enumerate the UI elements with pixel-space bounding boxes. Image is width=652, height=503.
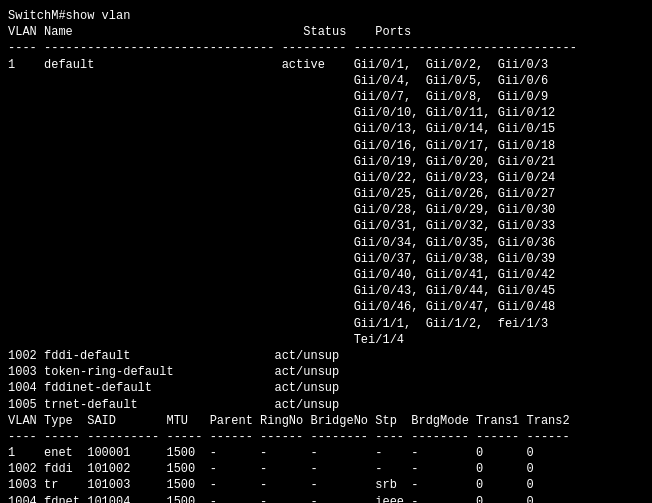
terminal-line-9: Gii/0/16, Gii/0/17, Gii/0/18 <box>8 138 644 154</box>
terminal-line-24: 1004 fddinet-default act/unsup <box>8 380 644 396</box>
terminal-line-7: Gii/0/10, Gii/0/11, Gii/0/12 <box>8 105 644 121</box>
terminal-line-16: Gii/0/37, Gii/0/38, Gii/0/39 <box>8 251 644 267</box>
terminal-line-31: 1003 tr 101003 1500 - - - srb - 0 0 <box>8 477 644 493</box>
terminal-line-17: Gii/0/40, Gii/0/41, Gii/0/42 <box>8 267 644 283</box>
terminal-line-6: Gii/0/7, Gii/0/8, Gii/0/9 <box>8 89 644 105</box>
terminal-line-5: Gii/0/4, Gii/0/5, Gii/0/6 <box>8 73 644 89</box>
terminal-line-32: 1004 fdnet 101004 1500 - - - ieee - 0 0 <box>8 494 644 503</box>
terminal-line-13: Gii/0/28, Gii/0/29, Gii/0/30 <box>8 202 644 218</box>
terminal-line-15: Gii/0/34, Gii/0/35, Gii/0/36 <box>8 235 644 251</box>
terminal-line-4: 1 default active Gii/0/1, Gii/0/2, Gii/0… <box>8 57 644 73</box>
terminal-line-10: Gii/0/19, Gii/0/20, Gii/0/21 <box>8 154 644 170</box>
terminal-line-20: Gii/1/1, Gii/1/2, fei/1/3 <box>8 316 644 332</box>
terminal-line-27: VLAN Type SAID MTU Parent RingNo BridgeN… <box>8 413 644 429</box>
terminal-line-3: ---- -------------------------------- --… <box>8 40 644 56</box>
terminal-window: SwitchM#show vlanVLAN Name Status Ports-… <box>8 8 644 495</box>
terminal-line-18: Gii/0/43, Gii/0/44, Gii/0/45 <box>8 283 644 299</box>
terminal-line-11: Gii/0/22, Gii/0/23, Gii/0/24 <box>8 170 644 186</box>
terminal-line-22: 1002 fddi-default act/unsup <box>8 348 644 364</box>
terminal-line-25: 1005 trnet-default act/unsup <box>8 397 644 413</box>
terminal-line-23: 1003 token-ring-default act/unsup <box>8 364 644 380</box>
terminal-line-0: SwitchM#show vlan <box>8 8 644 24</box>
terminal-line-29: 1 enet 100001 1500 - - - - - 0 0 <box>8 445 644 461</box>
terminal-line-28: ---- ----- ---------- ----- ------ -----… <box>8 429 644 445</box>
terminal-line-12: Gii/0/25, Gii/0/26, Gii/0/27 <box>8 186 644 202</box>
terminal-line-30: 1002 fddi 101002 1500 - - - - - 0 0 <box>8 461 644 477</box>
terminal-line-2: VLAN Name Status Ports <box>8 24 644 40</box>
terminal-line-14: Gii/0/31, Gii/0/32, Gii/0/33 <box>8 218 644 234</box>
terminal-line-19: Gii/0/46, Gii/0/47, Gii/0/48 <box>8 299 644 315</box>
terminal-line-8: Gii/0/13, Gii/0/14, Gii/0/15 <box>8 121 644 137</box>
terminal-line-21: Tei/1/4 <box>8 332 644 348</box>
